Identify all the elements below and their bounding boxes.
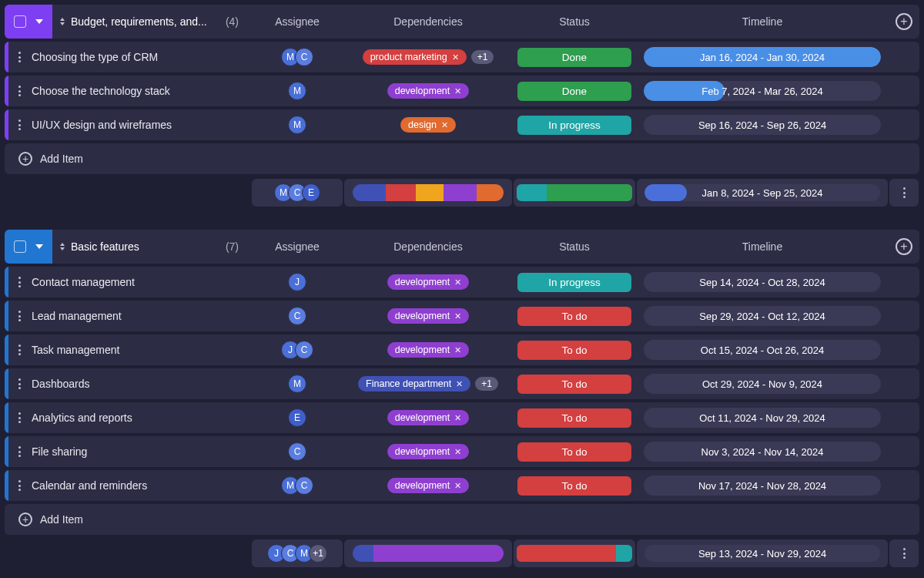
status-pill[interactable]: To do (517, 341, 631, 360)
remove-tag-icon[interactable]: ✕ (452, 52, 459, 62)
assignee-cell[interactable]: JC (251, 334, 343, 365)
table-row[interactable]: File sharing C development✕ To do Nov 3,… (5, 436, 919, 467)
assignee-cell[interactable]: MC (251, 42, 343, 72)
add-item-row[interactable]: + Add Item (5, 143, 919, 174)
status-cell[interactable]: To do (513, 368, 636, 399)
timeline-pill[interactable]: Sep 14, 2024 - Oct 28, 2024 (644, 272, 881, 292)
group-accent[interactable] (5, 230, 52, 264)
summary-timeline[interactable]: Sep 13, 2024 - Nov 29, 2024 (637, 539, 888, 567)
dependencies-cell[interactable]: development✕ (343, 402, 513, 433)
summary-status[interactable] (514, 179, 635, 207)
col-dependencies[interactable]: Dependencies (343, 240, 513, 253)
row-menu-icon[interactable] (18, 412, 21, 423)
status-cell[interactable]: In progress (513, 267, 636, 297)
row-title[interactable]: UI/UX design and wireframes (32, 119, 172, 131)
assignee-cell[interactable]: E (251, 402, 343, 433)
sort-icon[interactable] (60, 243, 65, 250)
status-pill[interactable]: To do (517, 442, 631, 462)
table-row[interactable]: Analytics and reports E development✕ To … (5, 402, 919, 433)
dependency-overflow[interactable]: +1 (475, 377, 498, 391)
avatar[interactable]: E (302, 183, 320, 202)
row-menu-icon[interactable] (18, 480, 21, 491)
avatar-overflow[interactable]: +1 (309, 544, 327, 563)
assignee-cell[interactable]: C (251, 436, 343, 467)
status-cell[interactable]: To do (513, 470, 636, 501)
add-item-row[interactable]: + Add Item (5, 504, 919, 535)
summary-menu[interactable] (889, 179, 919, 207)
dependencies-cell[interactable]: development✕ (343, 76, 513, 106)
col-assignee[interactable]: Assignee (251, 15, 343, 28)
table-row[interactable]: Choosing the type of CRM MC product mark… (5, 42, 919, 72)
row-title[interactable]: Analytics and reports (32, 412, 132, 424)
table-row[interactable]: Task management JC development✕ To do Oc… (5, 334, 919, 365)
timeline-cell[interactable]: Nov 17, 2024 - Nov 28, 2024 (636, 470, 889, 501)
remove-tag-icon[interactable]: ✕ (454, 481, 461, 491)
assignee-cell[interactable]: C (251, 301, 343, 331)
timeline-cell[interactable]: Oct 11, 2024 - Nov 29, 2024 (636, 402, 889, 433)
dependency-tag[interactable]: development✕ (387, 410, 470, 425)
status-cell[interactable]: To do (513, 436, 636, 467)
table-row[interactable]: UI/UX design and wireframes M design✕ In… (5, 109, 919, 140)
row-title[interactable]: Choose the technology stack (32, 85, 170, 97)
assignee-cell[interactable]: M (251, 368, 343, 399)
status-cell[interactable]: To do (513, 334, 636, 365)
add-column-button[interactable]: + (889, 230, 919, 264)
row-title[interactable]: Calendar and reminders (32, 479, 147, 492)
table-row[interactable]: Dashboards M Finance department✕+1 To do… (5, 368, 919, 399)
dependency-tag[interactable]: development✕ (387, 274, 470, 290)
row-menu-icon[interactable] (18, 86, 21, 96)
status-cell[interactable]: To do (513, 402, 636, 433)
plus-icon[interactable]: + (18, 512, 32, 526)
status-pill[interactable]: To do (517, 307, 631, 326)
timeline-cell[interactable]: Sep 14, 2024 - Oct 28, 2024 (636, 267, 889, 297)
row-menu-icon[interactable] (18, 311, 21, 321)
timeline-pill[interactable]: Feb 7, 2024 - Mar 26, 2024 (644, 81, 881, 101)
summary-dependencies[interactable] (344, 179, 512, 207)
group-accent[interactable] (5, 5, 52, 39)
row-menu-icon[interactable] (18, 52, 21, 62)
remove-tag-icon[interactable]: ✕ (441, 120, 448, 130)
row-menu-icon[interactable] (18, 446, 21, 457)
dependency-tag[interactable]: product marketing✕ (363, 49, 467, 65)
row-title[interactable]: Task management (32, 344, 119, 356)
dependencies-cell[interactable]: development✕ (343, 436, 513, 467)
row-title[interactable]: Contact management (32, 276, 135, 288)
summary-assignees[interactable]: JCM+1 (252, 539, 343, 567)
plus-icon[interactable]: + (18, 152, 32, 166)
dependency-overflow[interactable]: +1 (471, 50, 494, 64)
row-title[interactable]: File sharing (32, 445, 87, 458)
avatar[interactable]: M (288, 116, 306, 134)
assignee-cell[interactable]: M (251, 109, 343, 140)
timeline-pill[interactable]: Oct 15, 2024 - Oct 26, 2024 (644, 340, 881, 360)
status-pill[interactable]: In progress (517, 273, 631, 292)
dependency-tag[interactable]: development✕ (387, 478, 470, 493)
status-pill[interactable]: Done (517, 48, 631, 67)
status-pill[interactable]: In progress (517, 116, 631, 135)
dependencies-cell[interactable]: development✕ (343, 334, 513, 365)
dependencies-cell[interactable]: development✕ (343, 470, 513, 501)
status-pill[interactable]: To do (517, 476, 631, 496)
dependencies-cell[interactable]: design✕ (343, 109, 513, 140)
row-title[interactable]: Dashboards (32, 378, 90, 390)
avatar[interactable]: E (288, 408, 306, 427)
timeline-pill[interactable]: Nov 3, 2024 - Nov 14, 2024 (644, 442, 881, 462)
status-pill[interactable]: To do (517, 375, 631, 394)
dependency-tag[interactable]: design✕ (400, 117, 456, 133)
avatar[interactable]: C (295, 48, 313, 66)
group-name-wrap[interactable]: Budget, requirements, and... (4) (52, 15, 245, 28)
row-title[interactable]: Lead management (32, 310, 122, 322)
timeline-pill[interactable]: Jan 16, 2024 - Jan 30, 2024 (644, 47, 881, 67)
dependencies-cell[interactable]: development✕ (343, 301, 513, 331)
status-cell[interactable]: Done (513, 42, 636, 72)
summary-assignees[interactable]: MCE (252, 179, 343, 207)
remove-tag-icon[interactable]: ✕ (454, 311, 461, 321)
dependency-tag[interactable]: Finance department✕ (358, 376, 470, 391)
remove-tag-icon[interactable]: ✕ (454, 413, 461, 423)
dependencies-cell[interactable]: development✕ (343, 267, 513, 297)
status-pill[interactable]: To do (517, 408, 631, 428)
row-menu-icon[interactable] (18, 344, 21, 355)
row-menu-icon[interactable] (18, 277, 21, 287)
table-row[interactable]: Lead management C development✕ To do Sep… (5, 301, 919, 331)
sort-icon[interactable] (60, 18, 65, 25)
table-row[interactable]: Calendar and reminders MC development✕ T… (5, 470, 919, 501)
